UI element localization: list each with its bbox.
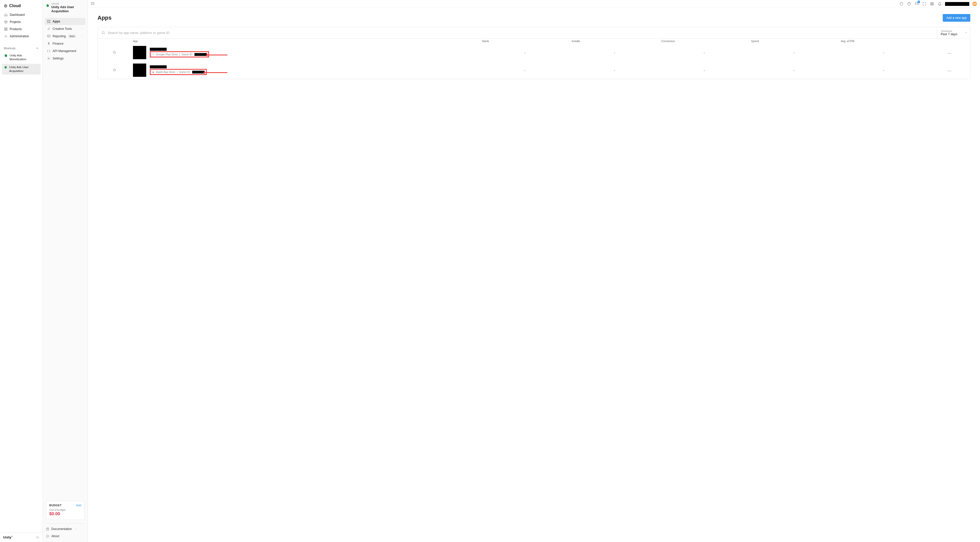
nav-label: Projects (10, 20, 21, 24)
annotation-arrow (204, 72, 228, 73)
svg-point-26 (949, 70, 950, 71)
app-row[interactable]: Apple App Store | Game ID: (98, 62, 970, 79)
chevron-right-icon (75, 528, 76, 530)
footer-documentation[interactable]: Documentation (46, 526, 84, 532)
search-icon (101, 31, 105, 35)
search-wrap[interactable] (98, 27, 937, 38)
nav-settings[interactable]: Settings (45, 55, 86, 62)
dollar-icon (47, 42, 51, 45)
game-id-label: Game ID: (181, 53, 193, 56)
footer-about[interactable]: About (46, 533, 84, 539)
plus-icon[interactable] (35, 46, 39, 50)
braces-icon (47, 49, 51, 53)
notification-badge: 2 (918, 0, 920, 3)
col-app[interactable]: App (131, 38, 480, 44)
svg-rect-14 (91, 2, 94, 4)
game-id-label: Game ID: (179, 70, 191, 73)
apple-icon (152, 71, 154, 73)
budget-status: Out of budget (49, 508, 81, 511)
gear-icon (4, 35, 8, 38)
nav-apps[interactable]: Apps (45, 18, 86, 25)
cube-icon (4, 54, 8, 57)
col-conversion[interactable]: Conversion (659, 38, 749, 44)
svg-rect-4 (6, 29, 7, 30)
apps-table: App Starts Installs Conversion Spend Avg… (98, 38, 970, 79)
shortcut-user-acquisition[interactable]: Unity Ads User Acquisition (2, 64, 41, 75)
chevron-down-icon (965, 31, 967, 34)
footer-label: Documentation (51, 527, 72, 531)
budget-amount: $0.00 (49, 511, 81, 517)
shield-icon[interactable] (899, 2, 904, 6)
nav-reporting[interactable]: Reporting Beta (45, 33, 86, 40)
cell-starts: - (480, 44, 570, 62)
window-icon[interactable] (91, 2, 94, 5)
fullscreen-icon[interactable] (922, 2, 927, 6)
grid-icon (4, 27, 8, 31)
nav-finance[interactable]: Finance (45, 40, 86, 47)
budget-title: BUDGET (49, 504, 62, 507)
col-installs[interactable]: Installs (570, 38, 659, 44)
gear-icon (47, 57, 51, 60)
footer-label: About (51, 534, 59, 538)
cell-ecpm: - (839, 44, 929, 62)
info-icon (46, 535, 49, 538)
favorite-toggle[interactable] (113, 68, 116, 73)
budget-card: BUDGET Add Out of budget $0.00 (46, 501, 84, 520)
row-actions-button[interactable] (947, 68, 951, 72)
nav-projects[interactable]: Projects (2, 18, 41, 25)
timeframe-select[interactable]: Timeframe Past 7 days (937, 27, 970, 38)
top-bar: 2 CH (88, 0, 980, 8)
collapse-sidebar-icon[interactable] (35, 536, 40, 539)
cloud-logo-icon (3, 4, 8, 8)
nav-dashboard[interactable]: Dashboard (2, 11, 41, 18)
search-input[interactable] (108, 31, 933, 35)
cell-starts: - (480, 62, 570, 79)
inbox-icon[interactable]: 2 (915, 2, 919, 6)
svg-rect-21 (153, 54, 154, 55)
nav-label: Settings (52, 57, 64, 60)
help-icon[interactable] (907, 2, 912, 6)
org-name-redacted[interactable] (945, 2, 969, 6)
store-label: Apple App Store (156, 70, 175, 73)
shortcut-label: Unity Ads User Acquisition (9, 65, 38, 73)
page-title: Apps (97, 14, 111, 21)
nav-label: Creative Tools (52, 27, 72, 31)
col-spend[interactable]: Spend (749, 38, 839, 44)
main-area: 2 CH Apps Add a new app (88, 0, 980, 542)
app-row[interactable]: Google Play Store | Game ID: (98, 44, 970, 62)
shortcut-monetization[interactable]: Unity Ads Monetization (2, 52, 41, 63)
bell-icon[interactable] (937, 2, 942, 6)
cell-spend: - (749, 62, 839, 79)
col-ecpm[interactable]: Avg. eCPM (839, 38, 929, 44)
module-title: Unity Ads User Acquisition (51, 5, 84, 14)
chevron-right-icon (81, 35, 83, 37)
nav-label: Products (10, 27, 22, 31)
add-new-app-button[interactable]: Add a new app (943, 14, 970, 22)
budget-add-link[interactable]: Add (76, 504, 81, 507)
primary-sidebar: Cloud Dashboard Projects Products Admini… (0, 0, 43, 542)
cell-ecpm: - (839, 62, 929, 79)
svg-rect-19 (932, 4, 933, 5)
favorite-toggle[interactable] (113, 51, 116, 55)
nav-creative-tools[interactable]: Creative Tools (45, 25, 86, 32)
brand[interactable]: Cloud (0, 0, 43, 11)
unity-wordmark: Unity® (3, 536, 13, 539)
nav-api-management[interactable]: API Management (45, 48, 86, 55)
chevron-right-icon (81, 28, 83, 30)
svg-rect-7 (49, 20, 50, 21)
avatar[interactable]: CH (972, 2, 977, 6)
svg-rect-12 (46, 528, 49, 530)
store-label: Google Play Store (156, 53, 178, 56)
svg-rect-17 (932, 3, 933, 3)
nav-label: Dashboard (10, 13, 25, 17)
col-starts[interactable]: Starts (480, 38, 570, 44)
apps-grid-icon[interactable] (930, 2, 934, 6)
nav-products[interactable]: Products (2, 25, 41, 33)
module-header: GROW Unity Ads User Acquisition (43, 0, 88, 16)
book-icon (46, 528, 49, 531)
nav-administration[interactable]: Administration (2, 33, 41, 40)
module-eyebrow: GROW (51, 3, 84, 5)
row-actions-button[interactable] (947, 51, 951, 55)
app-name-redacted (150, 65, 167, 68)
svg-rect-2 (6, 28, 7, 29)
